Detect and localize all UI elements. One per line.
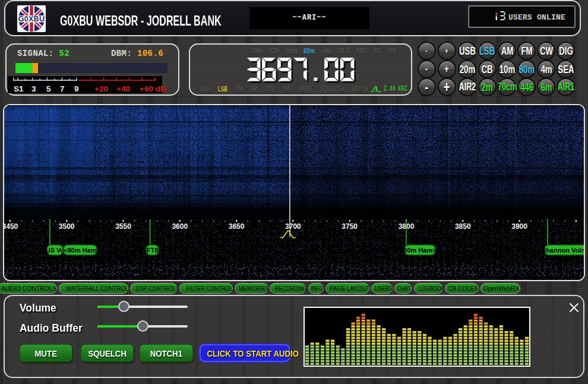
svg-text:3850: 3850 xyxy=(455,222,471,231)
svg-text:80m Ham>: 80m Ham> xyxy=(403,247,436,254)
svg-text:<80m Ham: <80m Ham xyxy=(64,247,97,254)
svg-text:3550: 3550 xyxy=(115,222,131,231)
svg-text:Shannon Volmet: Shannon Volmet xyxy=(542,247,584,254)
svg-text:FT8: FT8 xyxy=(147,247,159,254)
svg-text:3750: 3750 xyxy=(342,222,358,231)
svg-text:3900: 3900 xyxy=(511,222,527,231)
svg-text:G0XBU: G0XBU xyxy=(18,15,45,23)
svg-text:3700: 3700 xyxy=(285,222,301,231)
svg-text:3450: 3450 xyxy=(4,222,18,231)
svg-text:3650: 3650 xyxy=(229,222,245,231)
svg-text:3600: 3600 xyxy=(172,222,188,231)
svg-text:US Vo: US Vo xyxy=(46,247,65,254)
svg-text:3500: 3500 xyxy=(59,222,75,231)
